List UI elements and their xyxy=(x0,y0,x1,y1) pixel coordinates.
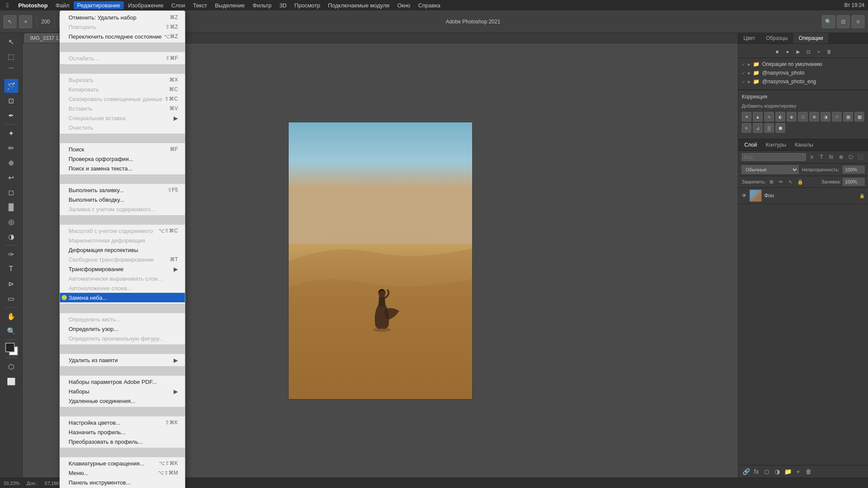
workspace-btn[interactable]: ≡ xyxy=(852,15,865,28)
layer-group-btn[interactable]: 📁 xyxy=(783,467,792,476)
dd-contentscale[interactable]: Масштаб с учетом содержимого ⌥⇧⌘C xyxy=(60,226,185,236)
tool-mask-mode[interactable]: ⬡ xyxy=(4,360,18,373)
menu-edit[interactable]: Редактирование xyxy=(74,1,124,10)
menu-layers[interactable]: Слои xyxy=(168,1,189,10)
dd-definebrush[interactable]: Определить кисть... xyxy=(60,314,185,324)
corr-icon-selective[interactable]: ⬟ xyxy=(776,123,785,133)
corr-icon-hsl[interactable]: ⬡ xyxy=(798,112,808,121)
layer-fx-btn[interactable]: fx xyxy=(752,467,761,476)
tab-color[interactable]: Цвет xyxy=(738,33,761,43)
dd-freetransform[interactable]: Свободное трансформирование ⌘T xyxy=(60,255,185,264)
layer-new-btn[interactable]: + xyxy=(794,467,802,476)
tool-blur[interactable]: ◎ xyxy=(4,215,18,229)
dd-menus[interactable]: Меню... ⌥⇧⌘M xyxy=(60,468,185,478)
tab-swatches[interactable]: Образцы xyxy=(761,33,793,43)
dd-shortcuts[interactable]: Клавиатурные сокращения... ⌥⇧⌘K xyxy=(60,459,185,468)
corr-icon-posterize[interactable]: ≡ xyxy=(742,123,751,133)
menu-3d[interactable]: 3D xyxy=(276,1,290,10)
op-stop-btn[interactable]: ■ xyxy=(773,47,782,56)
menu-view[interactable]: Просмотр xyxy=(291,1,323,10)
dd-fill[interactable]: Выполнить заливку... ⇧F5 xyxy=(60,185,185,195)
tab-channels[interactable]: Каналы xyxy=(792,141,816,149)
dd-cut[interactable]: Вырезать ⌘X xyxy=(60,75,185,85)
dd-paste[interactable]: Вставить ⌘V xyxy=(60,104,185,113)
corr-icon-exposure[interactable]: ◐ xyxy=(776,112,785,121)
menu-plugins[interactable]: Подключаемые модули xyxy=(325,1,393,10)
layer-filter-name[interactable]: T xyxy=(818,153,826,161)
tool-brush[interactable]: ✏ xyxy=(4,141,18,155)
search-toolbar-btn[interactable]: 🔍 xyxy=(822,15,835,28)
dd-autoblend[interactable]: Автоналожение слоев... xyxy=(60,283,185,293)
menu-image[interactable]: Изображение xyxy=(125,1,167,10)
tool-color-swatches[interactable] xyxy=(4,342,18,356)
op-item-nasyrova-eng[interactable]: ✓ ▶ 📁 @nasyrova_photo_eng xyxy=(738,77,868,86)
corr-icon-channelmixer[interactable]: ▦ xyxy=(843,112,853,121)
layer-filter-mode[interactable]: ⊕ xyxy=(837,153,845,161)
layer-mode-select[interactable]: Обычные xyxy=(742,165,799,174)
layer-filter-attr[interactable]: ⬡ xyxy=(847,153,855,161)
layers-search-input[interactable] xyxy=(742,153,806,161)
layer-row-bg[interactable]: 👁 Фон 🔒 xyxy=(738,188,868,204)
menu-photoshop[interactable]: Photoshop xyxy=(15,1,51,10)
dd-copy-merged[interactable]: Скопировать совмещенные данные ⇧⌘C xyxy=(60,94,185,104)
dd-findreplace[interactable]: Поиск и замена текста... xyxy=(60,164,185,173)
dd-toolbars[interactable]: Панель инструментов... xyxy=(60,478,185,487)
dd-skyreplace[interactable]: Замена неба... xyxy=(60,293,185,302)
tool-zoom[interactable]: 🔍 xyxy=(4,324,18,338)
tool-eyedropper[interactable]: ✒ xyxy=(4,108,18,122)
lock-draw-btn[interactable]: ✏ xyxy=(777,178,785,186)
corr-icon-curves[interactable]: ∿ xyxy=(764,112,774,121)
dd-redo[interactable]: Повторить ⇧⌘Z xyxy=(60,22,185,32)
op-play-btn[interactable]: ▶ xyxy=(794,47,802,56)
dd-convertprofile[interactable]: Преобразовать в профиль... xyxy=(60,437,185,446)
op-record-btn[interactable]: ● xyxy=(783,47,792,56)
tab-layer[interactable]: Слой xyxy=(742,141,760,149)
corr-icon-vibrance[interactable]: ◈ xyxy=(787,112,796,121)
op-new-btn[interactable]: + xyxy=(815,47,823,56)
dd-definepattern[interactable]: Определить узор... xyxy=(60,324,185,334)
corr-icon-colorbalance[interactable]: ⊕ xyxy=(809,112,819,121)
tool-quick-select[interactable]: 🪄 xyxy=(4,79,18,93)
dd-toggle-state[interactable]: Переключить последнее состояние ⌥⌘Z xyxy=(60,32,185,41)
dd-remoteconn[interactable]: Удаленные соединения... xyxy=(60,396,185,406)
dd-copy[interactable]: Копировать ⌘C xyxy=(60,85,185,94)
dd-puppet[interactable]: Марионеточная деформация xyxy=(60,236,185,245)
tool-select-rect[interactable]: ⬚ xyxy=(4,49,18,63)
lock-move-btn[interactable]: ↖ xyxy=(787,178,795,186)
tool-move[interactable]: ↖ xyxy=(4,35,18,49)
dd-defineshape[interactable]: Определить произвольную фигуру... xyxy=(60,334,185,343)
dd-autoalign[interactable]: Автоматически выравнивать слои... xyxy=(60,274,185,283)
corr-icon-threshold[interactable]: ⊿ xyxy=(753,123,763,133)
transform-btn[interactable]: ⌖ xyxy=(19,15,32,28)
dd-stroke[interactable]: Выполнить обводку... xyxy=(60,195,185,204)
dd-purge[interactable]: Удалить из памяти ▶ xyxy=(60,355,185,365)
layer-filter-color[interactable]: ⬛ xyxy=(857,153,865,161)
tool-crop[interactable]: ⊡ xyxy=(4,94,18,108)
tab-paths[interactable]: Контуры xyxy=(763,141,789,149)
dd-adobepdf[interactable]: Наборы параметров Adobe PDF... xyxy=(60,377,185,386)
tool-heal[interactable]: ✦ xyxy=(4,126,18,140)
corr-icon-colorbw[interactable]: ▩ xyxy=(855,112,864,121)
op-new-set-btn[interactable]: ⊡ xyxy=(804,47,813,56)
apple-menu[interactable]:  xyxy=(3,1,11,9)
layer-opacity-input[interactable] xyxy=(843,166,865,174)
menu-filter[interactable]: Фильтр xyxy=(249,1,275,10)
layer-mask-btn[interactable]: ◻ xyxy=(763,467,771,476)
dd-presets[interactable]: Наборы ▶ xyxy=(60,386,185,396)
tool-pen[interactable]: ✑ xyxy=(4,247,18,261)
corr-icon-levels[interactable]: ▲ xyxy=(753,112,763,121)
layer-filter-effect[interactable]: fx xyxy=(827,153,835,161)
corr-icon-gradientmap[interactable]: ▒ xyxy=(764,123,774,133)
dd-perspective[interactable]: Деформация перспективы xyxy=(60,245,185,255)
tool-screen-mode[interactable]: ⬜ xyxy=(4,374,18,388)
tool-shape[interactable]: ▭ xyxy=(4,291,18,305)
op-item-default[interactable]: ✓ ▶ 📁 Операции по умолчанию xyxy=(738,60,868,69)
layer-link-btn[interactable]: 🔗 xyxy=(742,467,750,476)
menu-file[interactable]: Файл xyxy=(52,1,73,10)
tool-foreground-color[interactable] xyxy=(5,343,15,352)
layer-filter-type[interactable]: ≡ xyxy=(808,153,816,161)
dd-clear[interactable]: Очистить xyxy=(60,123,185,132)
corr-icon-brightness[interactable]: ☀ xyxy=(742,112,751,121)
tool-history-brush[interactable]: ↩ xyxy=(4,170,18,184)
dd-spellcheck[interactable]: Проверка орфографии... xyxy=(60,154,185,164)
